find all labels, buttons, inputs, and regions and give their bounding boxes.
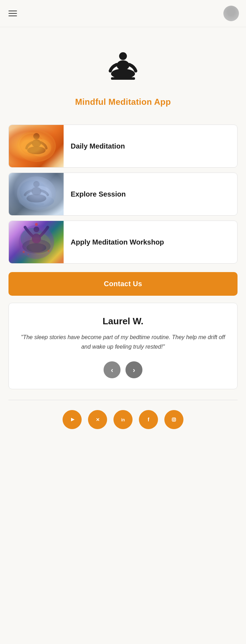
svg-point-37 bbox=[170, 416, 178, 423]
svg-point-18 bbox=[19, 225, 54, 259]
testimonial-quote: "The sleep stories have become part of m… bbox=[19, 332, 227, 351]
svg-point-7 bbox=[33, 133, 40, 139]
testimonial-card: Laurel W. "The sleep stories have become… bbox=[8, 303, 238, 389]
workshop-label: Apply Meditation Workshop bbox=[64, 238, 237, 246]
svg-point-12 bbox=[29, 186, 52, 206]
footer: ✕ in f bbox=[8, 400, 238, 440]
avatar[interactable] bbox=[223, 6, 239, 21]
svg-point-1 bbox=[117, 60, 129, 70]
svg-point-8 bbox=[32, 139, 41, 147]
testimonial-prev-button[interactable]: ‹ bbox=[104, 361, 121, 378]
svg-point-16 bbox=[27, 194, 46, 203]
svg-point-25 bbox=[35, 223, 38, 226]
svg-point-11 bbox=[19, 180, 46, 203]
svg-text:✕: ✕ bbox=[96, 417, 100, 422]
svg-text:in: in bbox=[121, 417, 125, 422]
svg-point-4 bbox=[17, 130, 56, 162]
svg-point-23 bbox=[32, 234, 41, 243]
contact-us-button[interactable]: Contact Us bbox=[8, 272, 238, 296]
twitter-x-button[interactable]: ✕ bbox=[88, 410, 107, 429]
contact-section: Contact Us bbox=[0, 269, 246, 303]
svg-point-21 bbox=[22, 239, 51, 253]
app-header bbox=[0, 0, 246, 27]
svg-point-26 bbox=[23, 251, 25, 253]
daily-meditation-image bbox=[9, 125, 64, 167]
svg-point-13 bbox=[19, 195, 54, 207]
instagram-button[interactable] bbox=[164, 410, 183, 429]
svg-point-27 bbox=[28, 254, 29, 255]
youtube-button[interactable] bbox=[63, 410, 82, 429]
linkedin-button[interactable]: in bbox=[113, 410, 133, 429]
svg-point-22 bbox=[34, 227, 39, 232]
menu-section: Daily Meditation Explore Session bbox=[0, 125, 246, 269]
svg-rect-3 bbox=[111, 77, 135, 80]
facebook-button[interactable]: f bbox=[139, 410, 158, 429]
svg-point-17 bbox=[29, 202, 44, 206]
explore-session-image bbox=[9, 173, 64, 215]
svg-point-28 bbox=[48, 250, 49, 252]
svg-point-40 bbox=[175, 418, 176, 419]
svg-text:f: f bbox=[148, 417, 150, 422]
svg-point-5 bbox=[19, 134, 44, 155]
testimonial-next-button[interactable]: › bbox=[125, 361, 142, 378]
daily-meditation-card[interactable]: Daily Meditation bbox=[8, 125, 238, 168]
svg-point-20 bbox=[29, 233, 51, 254]
svg-point-19 bbox=[20, 228, 45, 249]
testimonial-controls: ‹ › bbox=[19, 361, 227, 378]
svg-point-24 bbox=[27, 243, 46, 252]
workshop-card[interactable]: Apply Meditation Workshop bbox=[8, 221, 238, 264]
testimonial-name: Laurel W. bbox=[19, 316, 227, 327]
app-title: Mindful Meditation App bbox=[75, 97, 171, 107]
svg-point-9 bbox=[27, 146, 46, 154]
svg-point-2 bbox=[111, 69, 135, 79]
svg-point-6 bbox=[30, 139, 51, 157]
testimonial-section: Laurel W. "The sleep stories have become… bbox=[0, 303, 246, 396]
svg-point-14 bbox=[33, 181, 40, 187]
svg-point-10 bbox=[17, 176, 56, 210]
hero-section: Mindful Meditation App bbox=[0, 27, 246, 125]
meditation-logo-icon bbox=[102, 48, 144, 91]
menu-button[interactable] bbox=[7, 9, 18, 18]
svg-point-15 bbox=[31, 187, 41, 195]
svg-point-0 bbox=[119, 52, 127, 60]
daily-meditation-label: Daily Meditation bbox=[64, 142, 237, 150]
workshop-image bbox=[9, 221, 64, 263]
explore-session-label: Explore Session bbox=[64, 190, 237, 198]
explore-session-card[interactable]: Explore Session bbox=[8, 173, 238, 216]
